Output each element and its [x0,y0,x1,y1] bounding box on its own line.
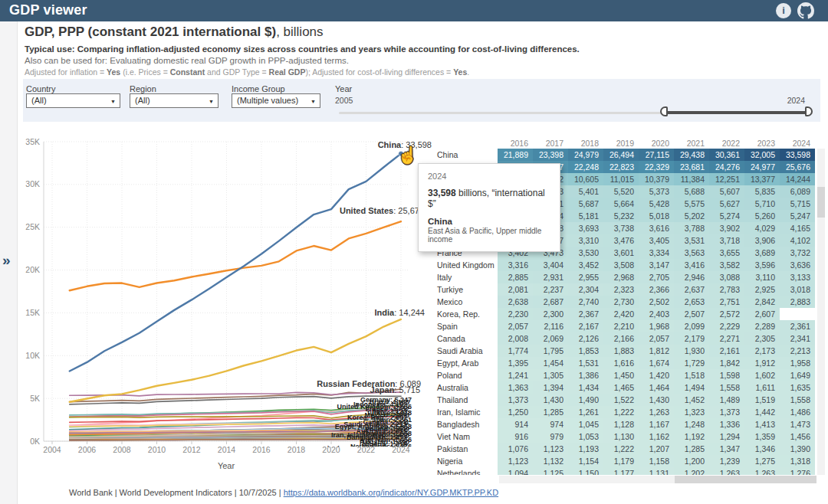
table-cell[interactable]: 3,582 [709,259,744,271]
table-cell[interactable]: 2,300 [533,308,568,320]
table-cell[interactable]: 1,305 [533,369,568,381]
table-cell[interactable]: 4,029 [744,222,780,234]
table-cell[interactable]: 3,416 [674,259,709,271]
table-row-header[interactable]: Netherlands [433,467,498,475]
table-vertical-scrollbar-thumb[interactable] [817,187,825,218]
table-cell[interactable]: 1,285 [674,443,709,455]
table-cell[interactable]: 2,740 [568,296,603,308]
table-cell[interactable]: 914 [498,418,533,430]
table-cell[interactable]: 2,751 [709,296,744,308]
table-cell[interactable]: 1,222 [603,443,639,455]
table-cell[interactable]: 2,885 [498,271,533,283]
table-cell[interactable]: 1,261 [568,406,603,418]
table-row-header[interactable]: Canada [433,332,498,345]
table-cell[interactable]: 3,452 [568,259,603,271]
table-cell[interactable]: 1,346 [744,443,780,455]
table-cell[interactable]: 5,520 [603,185,639,198]
table-cell[interactable]: 5,018 [639,210,674,222]
table-cell[interactable]: 27,115 [639,149,674,161]
table-cell[interactable]: 3,902 [709,222,744,234]
table-cell[interactable]: 2,116 [533,320,568,332]
table-cell[interactable]: 1,154 [568,455,603,467]
table-cell[interactable]: 1,774 [498,345,533,357]
table-cell[interactable]: 1,222 [603,406,639,418]
table-cell[interactable]: 2,502 [639,296,674,308]
table-row-header[interactable]: China [433,149,498,161]
table-cell[interactable]: 2,289 [744,320,780,332]
table-cell[interactable]: 1,125 [533,467,568,475]
table-cell[interactable]: 3,018 [780,283,815,296]
table-cell[interactable]: 2,883 [780,296,815,308]
table-cell[interactable]: 1,842 [709,357,744,369]
table-cell[interactable]: 1,130 [603,430,639,443]
table-cell[interactable]: 2,653 [674,296,709,308]
table-cell[interactable]: 1,193 [568,443,603,455]
table-cell[interactable]: 2,730 [603,296,639,308]
table-cell[interactable]: 5,373 [639,185,674,198]
table-cell[interactable]: 1,263 [744,467,780,475]
table-cell[interactable]: 3,563 [674,247,709,259]
table-cell[interactable]: 5,232 [603,210,639,222]
table-cell[interactable]: 5,715 [780,198,815,210]
info-icon[interactable]: i [776,3,791,18]
table-column-header[interactable]: 2018 [568,138,603,149]
table-cell[interactable]: 23,681 [674,161,709,173]
table-cell[interactable]: 25,676 [780,161,815,173]
table-cell[interactable]: 2,173 [744,345,780,357]
table-cell[interactable]: 1,430 [533,394,568,406]
table-cell[interactable]: 1,323 [674,406,709,418]
table-cell[interactable]: 2,179 [674,332,709,345]
table-cell[interactable]: 1,531 [568,357,603,369]
table-vertical-scrollbar[interactable] [817,149,825,475]
chevron-down-icon[interactable]: ▼ [209,95,214,108]
table-cell[interactable]: 1,207 [639,443,674,455]
table-cell[interactable]: 1,729 [674,357,709,369]
table-cell[interactable]: 3,404 [533,259,568,271]
table-cell[interactable]: 22,329 [639,161,674,173]
table-row-header[interactable]: Viet Nam [433,430,498,443]
table-cell[interactable]: 3,316 [498,259,533,271]
table-cell[interactable]: 1,434 [568,381,603,394]
table-cell[interactable]: 1,150 [568,467,603,475]
table-cell[interactable]: 1,318 [780,455,815,467]
table-row-header[interactable]: Korea, Rep. [433,308,498,320]
filter-dropdown-income-group[interactable]: (Multiple values)▼ [232,93,320,108]
table-column-header[interactable]: 2023 [744,138,780,149]
table-cell[interactable]: 5,835 [744,185,780,198]
table-cell[interactable]: 1,200 [674,455,709,467]
table-cell[interactable]: 3,405 [639,234,674,247]
table-cell[interactable]: 3,636 [780,259,815,271]
table-cell[interactable]: 2,341 [780,332,815,345]
table-horizontal-scrollbar-thumb[interactable] [675,476,816,483]
table-cell[interactable]: 5,627 [709,198,744,210]
table-cell[interactable]: 1,128 [603,418,639,430]
table-cell[interactable]: 12,251 [709,173,744,185]
table-cell[interactable]: 1,649 [780,369,815,381]
table-cell[interactable]: 1,390 [780,443,815,455]
table-row-header[interactable]: United Kingdom [433,259,498,271]
table-cell[interactable]: 21,889 [498,149,533,161]
table-cell[interactable]: 11,015 [603,173,639,185]
table-cell[interactable]: 3,110 [744,271,780,283]
table-cell[interactable]: 1,294 [709,430,744,443]
table-cell[interactable]: 3,531 [674,234,709,247]
table-cell[interactable]: 1,490 [568,394,603,406]
table-cell[interactable]: 23,398 [533,149,568,161]
table-cell[interactable]: 916 [498,430,533,443]
table-cell[interactable]: 3,334 [639,247,674,259]
table-cell[interactable]: 1,202 [674,467,709,475]
year-slider-left-handle[interactable] [660,106,668,116]
table-row-header[interactable]: Nigeria [433,455,498,467]
table-row-header[interactable]: Italy [433,271,498,283]
table-cell[interactable]: 1,275 [744,455,780,467]
table-cell[interactable]: 3,310 [568,234,603,247]
github-icon[interactable] [797,2,814,19]
table-cell[interactable]: 2,161 [709,345,744,357]
table-cell[interactable]: 1,363 [498,381,533,394]
table-cell[interactable]: 2,931 [533,271,568,283]
table-row-header[interactable]: Australia [433,381,498,394]
table-row-header[interactable]: Turkiye [433,283,498,296]
table-cell[interactable]: 1,450 [603,369,639,381]
table-cell[interactable]: 2,057 [639,332,674,345]
table-cell[interactable]: 1,616 [603,357,639,369]
